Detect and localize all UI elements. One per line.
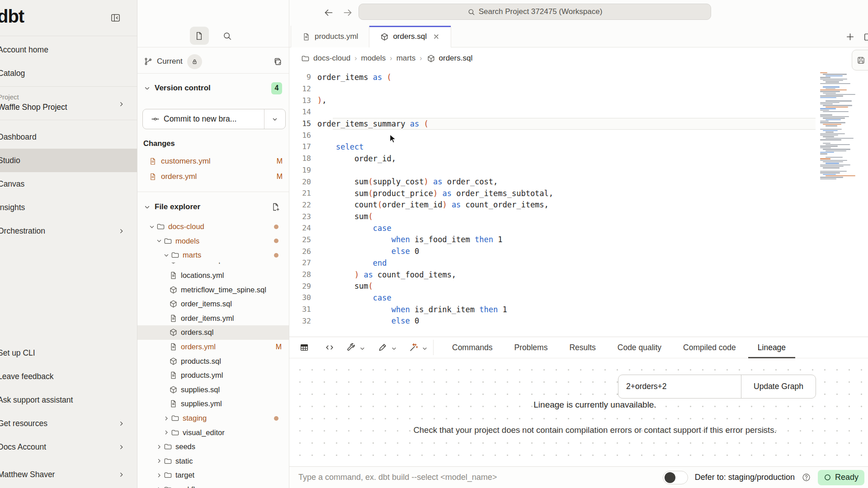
sidebar-item-ask-support-assistant[interactable]: Ask support assistant [0, 388, 137, 412]
doc-icon [169, 399, 178, 408]
sidebar-item-dashboard[interactable]: Dashboard [0, 125, 137, 149]
chevron-down-icon[interactable] [359, 345, 366, 352]
panel-tab-lineage[interactable]: Lineage [758, 337, 786, 358]
branch-selector[interactable]: Current [137, 51, 289, 72]
new-tab-icon[interactable] [845, 32, 855, 42]
panel-tab-results[interactable]: Results [569, 337, 595, 358]
defer-toggle[interactable] [663, 471, 688, 484]
modified-badge: M [277, 157, 283, 165]
sidebar-item-orchestration[interactable]: Orchestration [0, 219, 137, 243]
line-number: 23 [289, 212, 317, 221]
line-number: 12 [289, 84, 317, 93]
tree-item-target[interactable]: target [137, 468, 289, 483]
tree-item-locations-sql[interactable]: locations.sql [137, 263, 289, 268]
tree-item-models[interactable]: models [137, 234, 289, 249]
panel-tab-compiled-code[interactable]: Compiled code [683, 337, 736, 358]
code-icon[interactable] [325, 343, 335, 352]
folder-icon [164, 457, 172, 465]
code-editor[interactable]: 9order_items as (1213),1415order_items_s… [289, 71, 868, 327]
sidebar-item-leave-feedback[interactable]: Leave feedback [0, 365, 137, 388]
panel-tab-commands[interactable]: Commands [452, 337, 492, 358]
tree-item-orders-sql[interactable]: orders.sql [137, 325, 289, 340]
tree-item-orders-yml[interactable]: orders.ymlM [137, 340, 289, 354]
tree-item-supplies-sql[interactable]: supplies.sql [137, 383, 289, 397]
tree-item-marts[interactable]: marts [137, 248, 289, 263]
build-tools-icon[interactable] [346, 343, 356, 352]
tree-item-static[interactable]: static [137, 454, 289, 469]
code-line-28: 28 ) as count_food_items, [289, 269, 868, 281]
sidebar-item-get-resources[interactable]: Get resources [0, 412, 137, 435]
line-number: 32 [289, 317, 317, 325]
tree-item-docs-cloud[interactable]: docs-cloud [137, 220, 289, 234]
ai-fix-wand-icon[interactable] [409, 343, 419, 352]
code-text: sum( [317, 282, 373, 291]
close-icon[interactable] [433, 33, 440, 40]
tree-item-products-yml[interactable]: products.yml [137, 368, 289, 383]
search-icon[interactable] [218, 27, 237, 45]
editor-tab-products-yml[interactable]: products.yml [291, 26, 369, 47]
chevron-down-icon[interactable] [391, 345, 397, 352]
panel-layout-icon[interactable] [863, 32, 868, 42]
version-control-header[interactable]: Version control 4 [137, 79, 289, 97]
sidebar-item-label: Catalog [0, 69, 25, 78]
sidebar-item-studio[interactable]: Studio [0, 149, 137, 172]
doc-icon [169, 314, 178, 323]
format-icon[interactable] [378, 343, 387, 352]
results-table-icon[interactable] [299, 343, 309, 352]
commit-button[interactable]: Commit to new bra... [142, 109, 286, 129]
doc-icon [169, 343, 178, 351]
sidebar-item-matthew-shaver[interactable]: Matthew Shaver [0, 463, 137, 486]
minimap[interactable] [817, 72, 863, 180]
sidebar-item-set-up-cli[interactable]: Set up CLI [0, 341, 137, 365]
commit-button-label: Commit to new bra... [164, 114, 236, 124]
tree-item-staging[interactable]: staging [137, 411, 289, 426]
tree-item-seeds[interactable]: seeds [137, 440, 289, 454]
code-text: order_items as ( [317, 73, 392, 82]
breadcrumb-segment[interactable]: marts [396, 54, 416, 63]
status-badge[interactable]: Ready [818, 470, 864, 485]
tree-item-order-items-sql[interactable]: order_items.sql [137, 297, 289, 311]
tree-item-workflows[interactable]: workflows [137, 483, 289, 488]
lineage-selector-input[interactable]: 2+orders+2 [618, 375, 741, 398]
tree-item-products-sql[interactable]: products.sql [137, 354, 289, 368]
help-icon[interactable] [802, 473, 811, 482]
forward-icon[interactable] [342, 7, 353, 18]
tree-item-order-items-yml[interactable]: order_items.yml [137, 311, 289, 326]
sidebar-item-account-home[interactable]: Account home [0, 38, 137, 61]
sidebar-item-canvas[interactable]: Canvas [0, 172, 137, 196]
tree-item-name: staging [183, 414, 207, 422]
new-file-icon[interactable] [271, 202, 280, 211]
tree-item-locations-yml[interactable]: locations.yml [137, 268, 289, 283]
commit-dropdown[interactable] [264, 116, 285, 123]
tree-item-visual-editor[interactable]: visual_editor [137, 425, 289, 440]
sidebar-item-docs-account[interactable]: Docs Account [0, 435, 137, 459]
breadcrumb-segment[interactable]: models [361, 54, 386, 63]
sidebar-item-project[interactable]: Project Waffle Shop Project [0, 93, 137, 118]
tree-item-metricflow-time-spine-sql[interactable]: metricflow_time_spine.sql [137, 282, 289, 297]
command-input[interactable]: Type a command, ex. dbt build --select <… [298, 473, 497, 482]
tree-item-name: locations.sql [181, 263, 222, 264]
back-icon[interactable] [323, 7, 334, 18]
panel-tab-code-quality[interactable]: Code quality [618, 337, 661, 358]
save-button[interactable] [852, 50, 868, 70]
chevron-down-icon[interactable] [421, 345, 428, 352]
sidebar-item-catalog[interactable]: Catalog [0, 61, 137, 85]
file-icon[interactable] [190, 27, 209, 45]
collapse-sidebar-icon[interactable] [110, 13, 121, 23]
breadcrumb-segment[interactable]: docs-cloud [313, 54, 350, 63]
copy-icon[interactable] [273, 57, 283, 66]
code-line-20: 20 sum(supply_cost) as order_cost, [289, 176, 868, 188]
editor-tab-orders-sql[interactable]: orders.sql [369, 26, 451, 47]
changed-file-row[interactable]: customers.yml M [137, 154, 289, 169]
panel-tab-problems[interactable]: Problems [514, 337, 547, 358]
divider [137, 47, 289, 47]
folder-icon [164, 237, 172, 245]
file-explorer-header[interactable]: File explorer [137, 198, 289, 216]
global-search-input[interactable]: Search Project 372475 (Workspace) [359, 4, 711, 20]
update-graph-button[interactable]: Update Graph [741, 375, 816, 398]
modified-dot [274, 253, 278, 258]
changed-file-row[interactable]: orders.yml M [137, 169, 289, 184]
model-icon [427, 54, 435, 63]
tree-item-supplies-yml[interactable]: supplies.yml [137, 397, 289, 411]
sidebar-item-insights[interactable]: Insights [0, 196, 137, 219]
